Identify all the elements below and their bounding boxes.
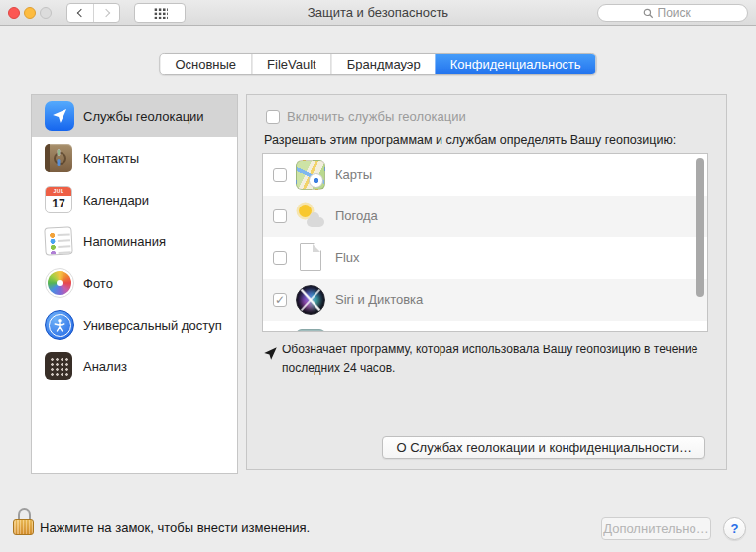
document-icon xyxy=(296,243,325,273)
app-name: Flux xyxy=(335,237,360,279)
sidebar-item-label: Напоминания xyxy=(83,234,166,249)
tab-general[interactable]: Основные xyxy=(160,54,251,74)
app-row-maps[interactable]: Карты xyxy=(263,154,707,196)
tab-filevault[interactable]: FileVault xyxy=(251,54,331,74)
reminders-icon xyxy=(44,226,72,255)
sidebar-item-label: Фото xyxy=(83,276,113,291)
sidebar-item-label: Контакты xyxy=(83,151,139,166)
contacts-book-icon xyxy=(45,144,72,172)
app-row-partial[interactable] xyxy=(263,321,707,332)
sidebar-item-label: Анализ xyxy=(83,359,127,374)
lock-body xyxy=(13,519,34,535)
app-name: Карты xyxy=(335,154,372,196)
partial-app-icon xyxy=(296,329,325,332)
enable-location-row: Включить службы геолокации xyxy=(266,109,466,124)
enable-location-checkbox[interactable] xyxy=(266,110,280,124)
app-list: Карты Погода Flux Siri и Диктовка xyxy=(262,153,708,332)
analytics-grid-icon xyxy=(45,352,72,380)
sidebar-item-location-services[interactable]: Службы геолокации xyxy=(32,95,237,137)
tab-privacy[interactable]: Конфиденциальность xyxy=(436,54,596,74)
location-usage-note: Обозначает программу, которая использова… xyxy=(282,341,730,377)
calendar-day: 17 xyxy=(46,196,71,212)
weather-checkbox[interactable] xyxy=(273,209,287,223)
lock-icon[interactable] xyxy=(13,507,43,540)
app-row-siri[interactable]: Siri и Диктовка xyxy=(263,279,707,321)
search-icon xyxy=(643,8,654,19)
sidebar-item-label: Универсальный доступ xyxy=(83,318,222,333)
sidebar-item-contacts[interactable]: Контакты xyxy=(32,137,237,179)
about-location-services-button[interactable]: О Службах геолокации и конфиденциальност… xyxy=(382,436,705,459)
sidebar-item-calendars[interactable]: JUL 17 Календари xyxy=(32,179,237,220)
sidebar-item-label: Службы геолокации xyxy=(83,109,204,124)
tab-firewall[interactable]: Брандмауэр xyxy=(331,54,436,74)
app-row-flux[interactable]: Flux xyxy=(263,237,707,279)
photos-flower-icon xyxy=(45,268,74,298)
search-field[interactable] xyxy=(597,4,748,22)
enable-location-label: Включить службы геолокации xyxy=(287,109,466,124)
sidebar-item-label: Календари xyxy=(83,193,149,207)
location-services-panel: Включить службы геолокации Разрешать эти… xyxy=(246,94,727,470)
titlebar: Защита и безопасность xyxy=(0,0,756,26)
siri-checkbox-checked[interactable] xyxy=(273,293,287,307)
flux-checkbox[interactable] xyxy=(273,251,287,265)
siri-icon xyxy=(296,285,325,315)
allow-apps-description: Разрешать этим программам и службам опре… xyxy=(264,133,676,147)
security-privacy-window: { "window": { "title": "Защита и безопас… xyxy=(0,0,756,552)
app-name: Siri и Диктовка xyxy=(335,279,423,321)
calendar-icon: JUL 17 xyxy=(45,186,72,213)
cloud-icon xyxy=(307,217,324,227)
maps-icon xyxy=(296,160,325,190)
lock-message: Нажмите на замок, чтобы внести изменения… xyxy=(40,520,310,535)
accessibility-icon xyxy=(45,310,74,340)
privacy-sidebar: Службы геолокации Контакты JUL 17 Календ… xyxy=(31,94,238,474)
sidebar-item-photos[interactable]: Фото xyxy=(32,262,237,304)
search-input[interactable] xyxy=(658,6,703,20)
sidebar-item-analytics[interactable]: Анализ xyxy=(32,345,237,387)
sidebar-item-reminders[interactable]: Напоминания xyxy=(32,220,237,262)
weather-icon xyxy=(296,202,325,231)
maps-checkbox[interactable] xyxy=(273,168,287,182)
advanced-button-disabled: Дополнительно… xyxy=(601,517,711,540)
tab-bar: Основные FileVault Брандмауэр Конфиденци… xyxy=(159,53,596,75)
app-name: Погода xyxy=(335,196,378,237)
location-arrow-icon xyxy=(45,101,74,131)
sidebar-item-accessibility[interactable]: Универсальный доступ xyxy=(32,304,237,345)
location-used-arrow-icon xyxy=(263,346,278,365)
app-row-weather[interactable]: Погода xyxy=(263,196,707,237)
scrollbar-thumb[interactable] xyxy=(696,158,704,297)
help-button[interactable]: ? xyxy=(723,517,746,540)
calendar-month: JUL xyxy=(46,187,71,196)
